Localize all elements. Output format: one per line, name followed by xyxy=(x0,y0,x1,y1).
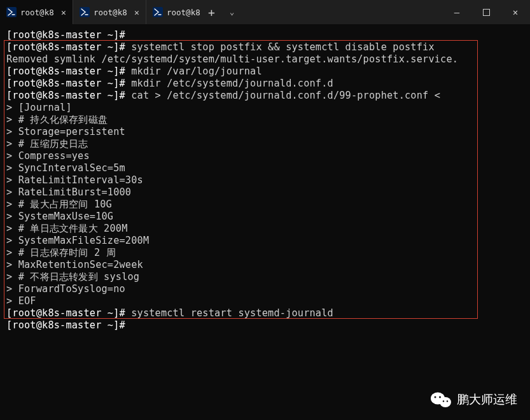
tab-close-button[interactable]: ✕ xyxy=(59,7,69,17)
tab-2[interactable]: root@k8✕ xyxy=(146,0,201,24)
svg-rect-5 xyxy=(483,9,489,15)
wechat-icon xyxy=(430,391,452,409)
terminal-output[interactable]: [root@k8s-master ~]#[root@k8s-master ~]#… xyxy=(0,24,530,337)
watermark-text: 鹏大师运维 xyxy=(457,391,517,408)
minimize-button[interactable]: — xyxy=(442,0,471,24)
powershell-icon xyxy=(153,7,163,17)
tab-label: root@k8 xyxy=(167,8,201,17)
powershell-icon xyxy=(80,7,90,17)
maximize-button[interactable] xyxy=(471,0,501,24)
tab-0[interactable]: root@k8✕ xyxy=(0,0,73,24)
tab-label: root@k8 xyxy=(20,8,55,17)
svg-point-9 xyxy=(439,396,441,398)
tab-label: root@k8 xyxy=(94,8,128,17)
tab-dropdown-button[interactable]: ⌄ xyxy=(223,0,242,24)
window-controls: — ✕ xyxy=(442,0,530,24)
svg-point-7 xyxy=(440,397,451,407)
svg-point-10 xyxy=(443,400,444,402)
powershell-icon xyxy=(6,7,17,17)
tab-1[interactable]: root@k8✕ xyxy=(73,0,146,24)
svg-point-11 xyxy=(447,400,448,402)
tab-strip: root@k8✕ root@k8✕ root@k8✕ root@k8✕ root… xyxy=(0,0,201,24)
svg-point-8 xyxy=(435,396,436,398)
window-titlebar: root@k8✕ root@k8✕ root@k8✕ root@k8✕ root… xyxy=(0,0,530,24)
tab-close-button[interactable]: ✕ xyxy=(132,7,142,17)
new-tab-button[interactable]: + xyxy=(201,0,223,24)
watermark: 鹏大师运维 xyxy=(430,391,517,409)
close-window-button[interactable]: ✕ xyxy=(501,0,530,24)
